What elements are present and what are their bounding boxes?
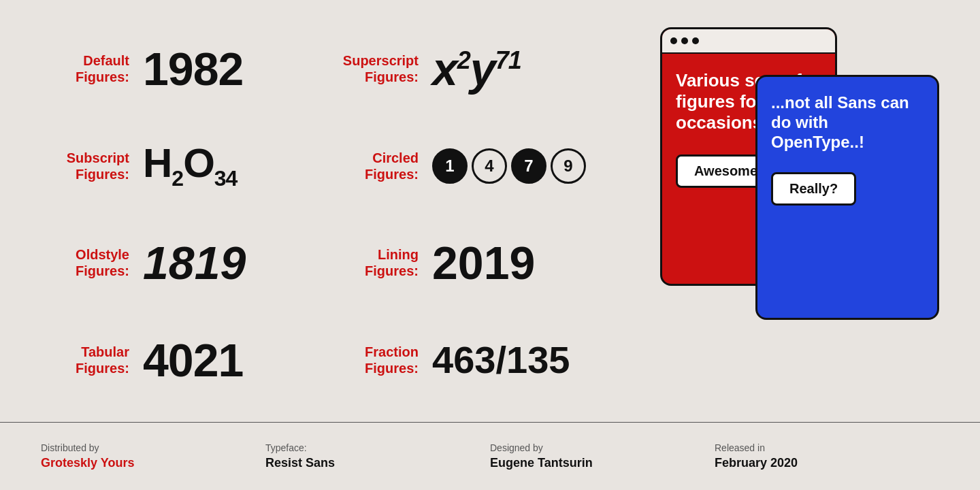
fraction-figures-item: Fraction Figures: 463/135: [330, 312, 619, 409]
browser-bar-red: [662, 29, 835, 54]
browser-dot-3: [692, 37, 699, 44]
footer-designer: Designed by Eugene Tantsurin: [490, 442, 715, 470]
oldstyle-figures-label: Oldstyle Figures:: [41, 246, 129, 279]
designer-label: Designed by: [490, 442, 715, 453]
subscript-figures-value: H2O34: [143, 143, 237, 189]
phone-blue: ...not all Sans can do with OpenType..! …: [755, 75, 939, 320]
tabular-figures-item: Tabular Figures: 4021: [41, 312, 330, 409]
oldstyle-figures-item: Oldstyle Figures: 1819: [41, 214, 330, 312]
footer-released: Released in February 2020: [715, 442, 939, 470]
tabular-figures-label: Tabular Figures:: [41, 344, 129, 376]
typeface-value: Resist Sans: [265, 456, 490, 470]
circle-7: 7: [511, 148, 546, 184]
browser-dot-2: [681, 37, 688, 44]
fraction-figures-value: 463/135: [432, 338, 570, 382]
oldstyle-figures-value: 1819: [143, 236, 246, 289]
circle-9: 9: [551, 148, 586, 184]
phone-panel: Various sets of figures for all occasion…: [647, 20, 939, 408]
footer-distributed: Distributed by Groteskly Yours: [41, 442, 265, 470]
superscript-figures-value: x2y71: [432, 46, 521, 92]
default-figures-item: Default Figures: 1982: [41, 20, 330, 118]
lining-figures-label: Lining Figures:: [330, 246, 419, 279]
typeface-label: Typeface:: [265, 442, 490, 453]
released-value: February 2020: [715, 456, 939, 470]
tabular-figures-value: 4021: [143, 337, 243, 383]
lining-figures-value: 2019: [432, 236, 535, 289]
footer-typeface: Typeface: Resist Sans: [265, 442, 490, 470]
released-label: Released in: [715, 442, 939, 453]
superscript-figures-label: Superscript Figures:: [330, 52, 419, 85]
circle-1: 1: [432, 148, 468, 184]
default-figures-label: Default Figures:: [41, 52, 129, 85]
circled-figures-item: Circled Figures: 1 4 7 9: [330, 118, 619, 215]
distributed-value: Groteskly Yours: [41, 456, 265, 470]
footer: Distributed by Groteskly Yours Typeface:…: [0, 422, 980, 490]
phone-blue-headline: ...not all Sans can do with OpenType..!: [771, 93, 924, 152]
fraction-figures-label: Fraction Figures:: [330, 344, 419, 376]
lining-figures-item: Lining Figures: 2019: [330, 214, 619, 312]
circled-figures-value: 1 4 7 9: [432, 148, 586, 184]
designer-value: Eugene Tantsurin: [490, 456, 715, 470]
really-button[interactable]: Really?: [771, 172, 856, 206]
browser-dot-1: [670, 37, 677, 44]
superscript-figures-item: Superscript Figures: x2y71: [330, 20, 619, 118]
circle-4: 4: [472, 148, 507, 184]
distributed-label: Distributed by: [41, 442, 265, 453]
subscript-figures-label: Subscript Figures:: [41, 150, 129, 182]
subscript-figures-item: Subscript Figures: H2O34: [41, 118, 330, 215]
default-figures-value: 1982: [143, 46, 243, 92]
circled-figures-label: Circled Figures:: [330, 150, 419, 182]
